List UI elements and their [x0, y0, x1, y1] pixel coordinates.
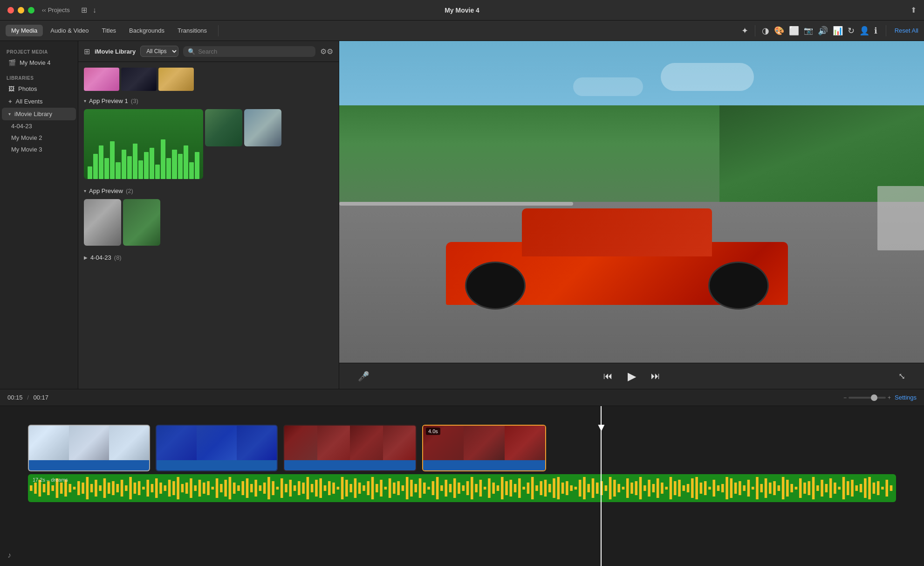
- content-area: PROJECT MEDIA 🎬 My Movie 4 LIBRARIES 🖼 P…: [0, 41, 924, 389]
- clip-frame-7: [284, 426, 317, 462]
- svg-rect-148: [670, 477, 672, 499]
- clip-blue-bar-3: [284, 460, 416, 470]
- arrow-down-icon[interactable]: ↓: [93, 6, 96, 14]
- svg-rect-74: [349, 484, 352, 492]
- audio-track-label: 17.2s – dreams: [33, 477, 68, 483]
- svg-rect-71: [337, 487, 340, 490]
- thumb-dark[interactable]: [121, 68, 157, 91]
- clip-red-car-1[interactable]: [283, 425, 417, 471]
- play-button[interactable]: ▶: [628, 370, 636, 383]
- fast-forward-button[interactable]: ⏭: [651, 371, 660, 381]
- app-preview-clips: [78, 197, 339, 251]
- section-app-preview-header[interactable]: ▾ App Preview (2): [78, 185, 339, 197]
- svg-rect-47: [233, 483, 236, 494]
- sidebar-item-my-movie-4[interactable]: 🎬 My Movie 4: [2, 56, 76, 69]
- settings-button[interactable]: Settings: [895, 394, 917, 401]
- svg-rect-188: [842, 477, 845, 499]
- waterfall-clip-2[interactable]: [84, 199, 121, 246]
- svg-rect-135: [613, 480, 616, 497]
- mic-icon[interactable]: 🎤: [358, 371, 370, 382]
- clip-frame-6: [237, 426, 277, 462]
- zoom-slider[interactable]: − +: [843, 394, 891, 401]
- audio-icon[interactable]: 🔊: [818, 26, 828, 36]
- chevron-down-icon: ▾: [8, 111, 11, 117]
- panel-view-icon[interactable]: ⊞: [84, 47, 90, 56]
- tab-transitions[interactable]: Transitions: [172, 25, 212, 36]
- audio-waves-visual: [84, 137, 203, 179]
- thumb-flowers[interactable]: [84, 68, 119, 91]
- close-button[interactable]: [7, 7, 14, 14]
- clip-blue-bar-2: [157, 460, 277, 470]
- video-preview: [339, 41, 924, 363]
- info-icon[interactable]: ℹ: [874, 26, 877, 36]
- wheel-left: [465, 262, 526, 310]
- maximize-button[interactable]: [28, 7, 34, 14]
- svg-rect-37: [190, 478, 192, 498]
- svg-rect-91: [423, 483, 426, 494]
- svg-rect-34: [177, 477, 179, 499]
- media-panel-header: ⊞ iMovie Library All Clips 🔍 ⚙: [78, 41, 339, 62]
- minimize-button[interactable]: [18, 7, 24, 14]
- clip-blue-car[interactable]: [156, 425, 278, 471]
- thumb-desert[interactable]: [158, 68, 194, 91]
- section-4-04-23-header[interactable]: ▶ 4-04-23 (8): [78, 251, 339, 264]
- gear-icon[interactable]: ⚙: [320, 47, 333, 56]
- svg-rect-82: [384, 487, 387, 490]
- clip-white-car[interactable]: [28, 425, 150, 471]
- timeline-header: 00:15 / 00:17 − + Settings: [0, 389, 924, 406]
- svg-rect-56: [272, 481, 274, 495]
- cloud-2: [573, 77, 643, 96]
- sidebar-sub-item-my-movie-3[interactable]: My Movie 3: [0, 144, 78, 155]
- svg-rect-77: [363, 485, 365, 491]
- svg-rect-157: [708, 487, 711, 490]
- stabilize-icon[interactable]: ↻: [848, 26, 855, 36]
- crop-icon[interactable]: ◑: [762, 26, 769, 36]
- gap-2: [280, 425, 281, 471]
- svg-rect-185: [829, 478, 832, 498]
- video-camera-icon[interactable]: 📷: [804, 26, 813, 35]
- share-icon[interactable]: ⬆: [910, 6, 917, 14]
- green-screen-clip[interactable]: [84, 109, 203, 179]
- section-app-preview-1-header[interactable]: ▾ App Preview 1 (3): [78, 95, 339, 107]
- audio-track[interactable]: 17.2s – dreams: [28, 474, 896, 502]
- waterfall-clip-1[interactable]: [244, 109, 281, 146]
- sidebar-sub-item-date[interactable]: 4-04-23: [0, 120, 78, 132]
- svg-rect-101: [466, 481, 469, 495]
- landscape-clip-2[interactable]: [123, 199, 160, 246]
- svg-rect-43: [216, 478, 219, 498]
- search-input[interactable]: [198, 48, 311, 55]
- projects-label: Projects: [48, 7, 70, 14]
- fullscreen-icon[interactable]: ⤡: [898, 371, 905, 381]
- landscape-clip-1[interactable]: [205, 109, 242, 146]
- clip-red-car-2[interactable]: 4.0s: [422, 425, 546, 471]
- sidebar-item-all-events[interactable]: + All Events: [2, 95, 76, 108]
- speed-icon[interactable]: 📊: [833, 26, 843, 36]
- tab-my-media[interactable]: My Media: [6, 25, 43, 36]
- clip-trim-icon[interactable]: ⬜: [789, 26, 799, 36]
- reset-all-button[interactable]: Reset All: [895, 27, 918, 34]
- svg-rect-30: [159, 483, 162, 494]
- sidebar-sub-item-my-movie-2[interactable]: My Movie 2: [0, 132, 78, 144]
- view-grid-icon[interactable]: ⊞: [81, 6, 87, 14]
- zoom-track[interactable]: [849, 397, 886, 399]
- clip-frame-5: [197, 426, 237, 462]
- voiceover-icon[interactable]: 👤: [859, 26, 869, 36]
- clips-dropdown[interactable]: All Clips: [140, 46, 178, 57]
- rewind-button[interactable]: ⏮: [603, 371, 613, 381]
- zoom-thumb[interactable]: [871, 394, 877, 401]
- back-to-projects[interactable]: ‹ Projects: [42, 7, 70, 14]
- svg-rect-117: [535, 485, 538, 491]
- sidebar-item-photos[interactable]: 🖼 Photos: [2, 83, 76, 95]
- svg-rect-123: [561, 483, 564, 494]
- tab-audio-video[interactable]: Audio & Video: [45, 25, 94, 36]
- section-4-04-23-count: (8): [114, 254, 122, 261]
- color-icon[interactable]: 🎨: [774, 26, 784, 36]
- magic-wand-icon[interactable]: ✦: [741, 26, 748, 36]
- svg-rect-180: [808, 481, 811, 495]
- toolbar-divider-3: [886, 25, 886, 36]
- svg-rect-25: [138, 481, 141, 495]
- tab-backgrounds[interactable]: Backgrounds: [123, 25, 170, 36]
- sidebar-item-imovie-library[interactable]: ▾ iMovie Library: [2, 108, 76, 120]
- preview-area: 🎤 ⏮ ▶ ⏭ ⤡: [339, 41, 924, 389]
- tab-titles[interactable]: Titles: [96, 25, 122, 36]
